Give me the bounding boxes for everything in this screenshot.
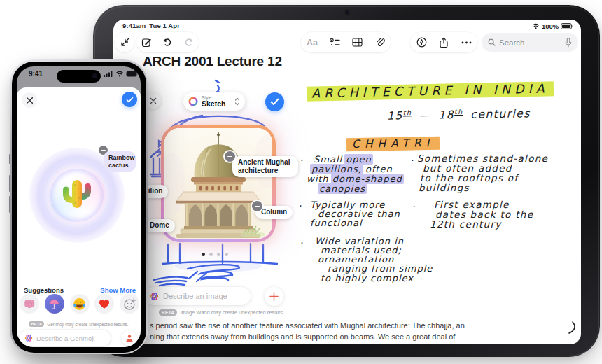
front-camera: [92, 74, 97, 78]
battery-percent-label: 100%: [542, 22, 559, 30]
checklist-icon: [330, 38, 340, 47]
close-icon: [150, 97, 157, 104]
show-more-link[interactable]: Show More: [100, 286, 136, 294]
ellipsis-icon: [461, 41, 472, 44]
checklist-button[interactable]: [325, 33, 344, 52]
pager-dot: [225, 253, 228, 256]
mic-icon[interactable]: [565, 38, 572, 48]
iphone-bezel: 9:41: [12, 62, 146, 353]
iphone-status-time: 9:41: [29, 70, 43, 78]
suggestion-laughing[interactable]: [70, 294, 90, 314]
beta-notice: BETA Genmoji may create unexpected resul…: [17, 321, 141, 327]
share-icon: [439, 37, 449, 48]
redo-icon: [183, 37, 194, 48]
collapse-icon: [120, 38, 130, 47]
hand-note-line: with dome-shaped: [307, 174, 402, 184]
hand-note-line: to highly complex: [321, 274, 414, 284]
suggestion-brain[interactable]: [20, 294, 39, 314]
suggestion-heart[interactable]: [94, 294, 114, 314]
undo-button[interactable]: [158, 33, 177, 52]
more-button[interactable]: [456, 33, 476, 52]
style-value: Sketch: [202, 100, 225, 108]
wifi-icon: [115, 71, 124, 77]
hand-sub-18: 18: [438, 108, 454, 121]
person-genmoji-button[interactable]: [122, 330, 137, 346]
ipad-status-left: 9:41amTue 1 Apr: [122, 22, 180, 29]
genmoji-sheet: Rainbow cactus Suggestions Show More: [17, 88, 141, 347]
rainbow-cactus-genmoji: [57, 176, 97, 215]
hand-bullet: ·: [300, 155, 302, 166]
compose-button[interactable]: [137, 33, 157, 52]
search-placeholder: Search: [499, 38, 524, 47]
hand-sub-th2: th: [454, 108, 463, 115]
hand-text: Small: [314, 154, 346, 164]
genmoji-sparkle-icon: [24, 334, 33, 342]
beta-badge: BETA: [29, 321, 44, 327]
table-button[interactable]: [347, 33, 367, 52]
hand-heading-text: ARCHITECTURE IN INDIA: [307, 81, 554, 101]
accept-genmoji-button[interactable]: [122, 92, 137, 107]
action-button: [9, 154, 11, 164]
add-emoji-icon: [123, 298, 136, 311]
dynamic-island: [57, 70, 101, 83]
beta-notice: BETA Image Wand may create unexpected re…: [159, 309, 284, 316]
hand-text: with: [307, 174, 332, 184]
tag-label: Ancient Mughal architecture: [238, 158, 290, 174]
image-tag-chip[interactable]: Ancient Mughal architecture: [232, 156, 298, 177]
markup-button[interactable]: [412, 33, 431, 52]
iphone-status-icons: [104, 71, 139, 77]
search-icon: [488, 38, 496, 46]
search-field[interactable]: Search: [482, 33, 578, 52]
add-image-button[interactable]: [265, 287, 284, 306]
beta-text: Genmoji may create unexpected results.: [47, 322, 128, 327]
describe-genmoji-input[interactable]: Describe a Genmoji: [20, 330, 111, 346]
describe-image-placeholder: Describe an image: [163, 292, 227, 300]
pen-stroke: [569, 322, 575, 333]
chhatri-illustration: [164, 128, 272, 239]
hand-note-line: buildings: [419, 183, 470, 193]
wifi-icon: [532, 23, 540, 29]
toolbar-group-actions: [410, 32, 477, 52]
iphone-device: 9:41: [10, 59, 148, 354]
toolbar-group-collapse: [115, 32, 134, 52]
ipad-status-date: Tue 1 Apr: [149, 22, 180, 29]
style-picker[interactable]: StyleSketch: [183, 92, 245, 111]
heart-emoji-icon: [98, 298, 111, 309]
text-format-button[interactable]: Aa: [302, 33, 322, 52]
image-tag-chip[interactable]: Dome: [144, 219, 175, 232]
hand-bullet: ·: [412, 201, 414, 212]
hand-heading: ARCHITECTURE IN INDIA: [307, 81, 554, 100]
redo-button[interactable]: [178, 33, 198, 52]
suggestion-add-emoji[interactable]: [120, 294, 139, 314]
genmoji-tag-chip[interactable]: Rainbow cactus: [104, 151, 136, 172]
hand-text-highlighted: open: [344, 154, 372, 164]
image-variant-pager[interactable]: [202, 253, 228, 256]
note-body-line: s period saw the rise of another feature…: [150, 321, 465, 332]
attach-button[interactable]: [370, 33, 389, 52]
checkmark-icon: [270, 98, 279, 106]
collapse-toolbar-button[interactable]: [115, 33, 134, 52]
generated-image: [164, 128, 272, 239]
hand-note-line: functional: [310, 218, 363, 228]
volume-up-button: [9, 175, 11, 192]
undo-icon: [162, 37, 173, 48]
close-genmoji-button[interactable]: [22, 92, 37, 108]
ipad-status-right: 100%: [532, 22, 573, 30]
table-icon: [352, 38, 363, 47]
remove-tag-button[interactable]: [225, 151, 235, 162]
style-wheel-icon: [188, 97, 198, 106]
hand-section-title: CHHATRI: [346, 136, 440, 150]
remove-tag-button[interactable]: [252, 201, 262, 211]
close-icon: [26, 97, 34, 104]
suggestion-umbrella[interactable]: [45, 294, 64, 314]
ipad-front-camera: [345, 10, 349, 15]
person-icon: [125, 334, 134, 342]
describe-image-input[interactable]: Describe an image: [144, 287, 251, 305]
suggestions-label: Suggestions: [24, 286, 64, 294]
image-wand-card[interactable]: [161, 125, 276, 242]
hand-note-line: canopies: [319, 184, 365, 194]
accept-image-button[interactable]: [265, 92, 284, 111]
toolbar-group-edit: [136, 32, 199, 52]
share-button[interactable]: [434, 33, 454, 52]
pager-dot: [209, 253, 213, 256]
